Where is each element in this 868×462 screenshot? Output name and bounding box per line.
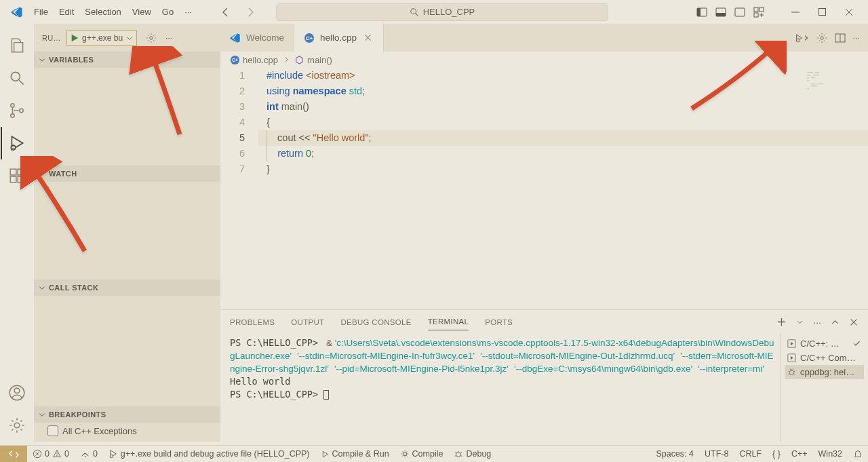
watch-expression[interactable]: : [34, 182, 220, 195]
panel-more-icon[interactable]: ··· [813, 317, 821, 328]
breadcrumb[interactable]: C+ hello.cpp main() [220, 52, 868, 68]
layout-primary-icon[interactable] [692, 4, 711, 20]
vscode-icon [230, 33, 241, 43]
section-watch[interactable]: WATCH [34, 166, 220, 182]
search-icon [410, 7, 419, 17]
activity-source-control[interactable] [1, 94, 33, 127]
status-notifications-icon[interactable] [848, 449, 868, 459]
menu-selection[interactable]: Selection [79, 4, 126, 20]
layout-secondary-icon[interactable] [730, 4, 749, 20]
svg-point-41 [56, 455, 57, 456]
status-language[interactable]: C++ [786, 449, 813, 459]
svg-rect-8 [754, 7, 758, 12]
menu-go[interactable]: Go [157, 4, 179, 20]
vscode-logo-icon [11, 6, 23, 18]
terminal-item[interactable]: cppdbg: hel… [785, 365, 864, 379]
layout-panel-icon[interactable] [711, 4, 730, 20]
terminal-item[interactable]: C/C++ Com… [785, 351, 864, 365]
split-editor-icon[interactable] [835, 33, 846, 43]
section-breakpoints[interactable]: BREAKPOINTS [34, 406, 220, 423]
activity-account[interactable] [1, 377, 33, 409]
command-center[interactable]: HELLO_CPP [276, 3, 608, 21]
svg-point-43 [110, 455, 113, 457]
status-debug-target[interactable]: g++.exe build and debug active file (HEL… [103, 449, 315, 459]
status-errors[interactable]: 0 0 [27, 449, 75, 459]
editor-more-icon[interactable]: ··· [852, 33, 860, 43]
play-icon [787, 339, 796, 348]
svg-line-1 [415, 13, 418, 16]
svg-rect-23 [18, 169, 24, 175]
nav-back-icon[interactable] [214, 4, 238, 20]
nav-forward-icon[interactable] [238, 4, 262, 20]
menu-overflow-icon[interactable]: ··· [179, 4, 197, 20]
activity-extensions[interactable] [1, 159, 33, 192]
activity-settings[interactable] [1, 409, 33, 442]
run-debug-title: RU… [42, 34, 61, 42]
terminal-item[interactable]: C/C++: … [785, 336, 864, 351]
section-variables[interactable]: VARIABLES [34, 52, 220, 68]
svg-point-27 [150, 36, 153, 39]
remote-indicator[interactable] [0, 446, 27, 463]
svg-point-18 [11, 145, 16, 150]
svg-rect-22 [18, 176, 24, 182]
status-debug[interactable]: Debug [448, 449, 496, 459]
terminal-dropdown-icon[interactable] [796, 318, 804, 326]
status-spaces[interactable]: Spaces: 4 [650, 449, 699, 459]
svg-point-17 [20, 109, 23, 112]
run-settings-icon[interactable] [816, 32, 828, 44]
debug-more-icon[interactable]: ··· [165, 33, 172, 43]
svg-point-16 [11, 114, 14, 117]
activity-explorer[interactable] [1, 29, 33, 62]
menu-edit[interactable]: Edit [54, 4, 79, 20]
new-terminal-icon[interactable] [776, 317, 787, 327]
tab-close-icon[interactable] [362, 32, 374, 43]
code-editor[interactable]: 1234567 #include <iostream>using namespa… [220, 68, 868, 309]
section-callstack[interactable]: CALL STACK [34, 280, 220, 296]
breakpoint-all-cpp-exceptions[interactable]: All C++ Exceptions [34, 423, 220, 439]
status-platform[interactable]: Win32 [813, 449, 848, 459]
status-compile[interactable]: Compile [395, 449, 449, 459]
menu-file[interactable]: File [28, 4, 54, 20]
line-gutter: 1234567 [220, 68, 258, 309]
svg-point-15 [11, 104, 14, 107]
panel-maximize-icon[interactable] [831, 317, 840, 326]
window-close[interactable] [835, 4, 863, 20]
chevron-down-icon [38, 170, 46, 178]
panel-tab-output[interactable]: OUTPUT [291, 314, 324, 330]
debug-sidebar: RU… g++.exe bu ··· VARIABLES WATCH [34, 24, 220, 442]
status-ports[interactable]: 0 [75, 449, 103, 459]
debug-settings-icon[interactable] [142, 29, 160, 47]
panel-tab-debug-console[interactable]: DEBUG CONSOLE [340, 314, 411, 330]
svg-rect-5 [716, 13, 726, 16]
svg-rect-20 [10, 169, 16, 175]
activity-run-debug[interactable] [1, 127, 33, 159]
bottom-panel: PROBLEMS OUTPUT DEBUG CONSOLE TERMINAL P… [220, 309, 868, 442]
status-encoding[interactable]: UTF-8 [699, 449, 734, 459]
status-eol[interactable]: CRLF [734, 449, 767, 459]
run-file-icon[interactable] [795, 33, 809, 43]
tab-hello-cpp[interactable]: C+ hello.cpp [294, 24, 384, 52]
breakpoint-checkbox[interactable] [47, 425, 58, 436]
tab-welcome[interactable]: Welcome [220, 24, 294, 52]
menu-view[interactable]: View [127, 4, 157, 20]
status-compile-run[interactable]: Compile & Run [315, 449, 395, 459]
activity-search[interactable] [1, 62, 33, 94]
panel-tab-terminal[interactable]: TERMINAL [428, 313, 469, 330]
cpp-file-icon: C+ [230, 55, 240, 65]
window-maximize[interactable] [809, 4, 835, 20]
start-debug-icon[interactable] [70, 33, 79, 43]
status-language-braces[interactable]: { } [767, 449, 786, 459]
activity-bar [0, 24, 34, 442]
terminal[interactable]: PS C:\HELLO_CPP> & 'c:\Users\Sveta\.vsco… [220, 334, 780, 442]
chevron-down-icon[interactable] [125, 34, 134, 42]
panel-tab-problems[interactable]: PROBLEMS [230, 314, 275, 330]
search-text: HELLO_CPP [423, 7, 475, 17]
panel-close-icon[interactable] [849, 317, 859, 327]
play-icon [787, 353, 796, 362]
svg-line-14 [19, 80, 24, 85]
window-minimize[interactable] [782, 4, 809, 20]
minimap[interactable]: ▬▬▬ ▬▬▬▬ ▬▬▬▬ ▬▬▬ ▬▬ ▬▬▬ ▬▬▬▬ [807, 71, 861, 90]
layout-customize-icon[interactable] [749, 4, 768, 20]
debug-config-selector[interactable]: g++.exe bu [66, 30, 137, 46]
panel-tab-ports[interactable]: PORTS [485, 314, 513, 330]
